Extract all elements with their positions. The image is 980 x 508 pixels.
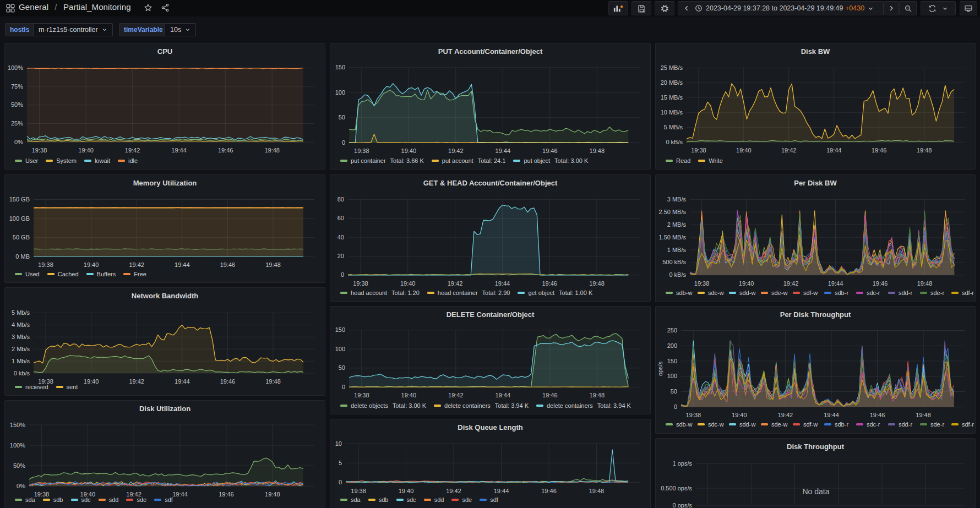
svg-text:20: 20: [337, 252, 344, 259]
svg-text:50: 50: [671, 388, 677, 395]
svg-text:0 ops/s: 0 ops/s: [673, 502, 693, 508]
svg-text:0 kb/s: 0 kb/s: [14, 369, 30, 376]
svg-text:19:48: 19:48: [590, 392, 605, 398]
svg-text:40: 40: [337, 233, 344, 240]
svg-text:19:38: 19:38: [691, 147, 706, 154]
svg-text:19:46: 19:46: [220, 261, 236, 268]
svg-text:2 Mb/s: 2 Mb/s: [12, 345, 30, 352]
svg-text:19:42: 19:42: [125, 147, 140, 154]
svg-text:19:48: 19:48: [590, 148, 605, 154]
svg-text:19:38: 19:38: [354, 148, 369, 154]
svg-text:19:44: 19:44: [175, 261, 190, 268]
svg-text:0: 0: [342, 384, 345, 390]
svg-text:50%: 50%: [13, 462, 25, 468]
svg-text:19:44: 19:44: [494, 488, 509, 494]
svg-text:19:40: 19:40: [401, 148, 417, 154]
svg-text:0%: 0%: [17, 482, 25, 489]
svg-text:1 ops/s: 1 ops/s: [673, 460, 693, 467]
svg-text:19:40: 19:40: [401, 392, 417, 398]
svg-text:100: 100: [335, 89, 345, 96]
svg-text:100%: 100%: [10, 441, 25, 448]
svg-text:150: 150: [335, 326, 345, 333]
svg-text:19:48: 19:48: [917, 147, 932, 154]
svg-text:20 MB/s: 20 MB/s: [661, 79, 683, 86]
svg-text:19:48: 19:48: [264, 147, 280, 154]
svg-text:0 MB: 0 MB: [15, 253, 30, 259]
svg-text:0 kB/s: 0 kB/s: [666, 139, 683, 145]
svg-text:1 Mb/s: 1 Mb/s: [12, 357, 30, 364]
svg-text:19:46: 19:46: [218, 147, 233, 154]
svg-text:100 GB: 100 GB: [9, 215, 30, 221]
svg-text:19:38: 19:38: [32, 147, 47, 154]
svg-text:0%: 0%: [14, 139, 23, 145]
svg-text:250: 250: [667, 327, 677, 334]
svg-text:19:42: 19:42: [778, 412, 793, 418]
svg-text:5 Mb/s: 5 Mb/s: [12, 309, 30, 316]
svg-text:1.50 MB/s: 1.50 MB/s: [658, 233, 686, 240]
svg-text:0.500 ops/s: 0.500 ops/s: [661, 485, 692, 491]
svg-text:19:38: 19:38: [38, 261, 53, 268]
svg-text:2.50 MB/s: 2.50 MB/s: [658, 208, 686, 215]
svg-text:60: 60: [337, 215, 344, 221]
svg-text:19:44: 19:44: [171, 147, 187, 154]
svg-text:3 MB/s: 3 MB/s: [667, 195, 687, 202]
svg-text:19:44: 19:44: [828, 280, 843, 286]
svg-text:50: 50: [339, 114, 345, 121]
svg-text:19:48: 19:48: [916, 412, 931, 418]
svg-text:19:48: 19:48: [265, 491, 280, 498]
svg-text:19:38: 19:38: [351, 488, 366, 494]
svg-text:100: 100: [667, 373, 677, 379]
svg-text:0 kB/s: 0 kB/s: [669, 271, 686, 278]
svg-text:19:40: 19:40: [400, 280, 416, 286]
svg-text:19:38: 19:38: [353, 280, 368, 286]
svg-text:25%: 25%: [11, 120, 23, 127]
svg-text:19:44: 19:44: [496, 148, 511, 154]
svg-text:19:40: 19:40: [736, 147, 752, 154]
svg-text:19:48: 19:48: [589, 280, 605, 286]
svg-text:No data: No data: [802, 487, 829, 496]
svg-text:19:42: 19:42: [129, 261, 144, 268]
svg-text:200: 200: [667, 342, 677, 349]
svg-text:19:42: 19:42: [448, 392, 464, 398]
svg-text:19:40: 19:40: [84, 378, 99, 385]
svg-text:19:46: 19:46: [542, 392, 558, 398]
svg-text:0: 0: [341, 271, 344, 278]
svg-text:19:48: 19:48: [265, 261, 281, 268]
svg-text:0: 0: [339, 479, 342, 485]
svg-text:10 MB/s: 10 MB/s: [661, 109, 683, 116]
svg-text:19:48: 19:48: [265, 378, 281, 385]
svg-text:150%: 150%: [10, 421, 25, 428]
svg-text:80: 80: [337, 195, 344, 202]
svg-text:19:46: 19:46: [542, 148, 558, 154]
svg-text:19:40: 19:40: [78, 147, 94, 154]
svg-text:3 Mb/s: 3 Mb/s: [12, 333, 30, 340]
svg-text:150: 150: [667, 358, 677, 364]
svg-text:19:44: 19:44: [826, 147, 842, 154]
svg-text:19:46: 19:46: [873, 280, 888, 286]
svg-text:5 MB/s: 5 MB/s: [664, 124, 683, 130]
svg-text:500 kB/s: 500 kB/s: [662, 259, 686, 265]
svg-text:19:46: 19:46: [542, 280, 557, 286]
svg-text:19:44: 19:44: [824, 412, 839, 418]
svg-text:19:38: 19:38: [354, 392, 369, 398]
svg-text:4 Mb/s: 4 Mb/s: [12, 321, 30, 327]
svg-text:75%: 75%: [11, 83, 23, 90]
svg-text:19:38: 19:38: [686, 412, 701, 418]
svg-text:19:42: 19:42: [781, 147, 797, 154]
svg-text:0: 0: [674, 403, 677, 410]
svg-text:1 MB/s: 1 MB/s: [667, 246, 687, 253]
svg-text:150: 150: [335, 64, 345, 70]
svg-text:15 MB/s: 15 MB/s: [661, 94, 683, 101]
svg-text:19:46: 19:46: [220, 378, 236, 385]
svg-text:19:44: 19:44: [495, 280, 510, 286]
svg-text:19:40: 19:40: [399, 488, 414, 494]
svg-text:19:38: 19:38: [694, 280, 710, 286]
svg-text:19:46: 19:46: [541, 488, 557, 494]
svg-text:19:42: 19:42: [446, 488, 461, 494]
svg-text:50%: 50%: [11, 101, 23, 108]
svg-text:25 MB/s: 25 MB/s: [661, 64, 683, 71]
svg-text:19:46: 19:46: [872, 147, 887, 154]
svg-text:50: 50: [339, 364, 345, 371]
svg-text:50 GB: 50 GB: [13, 234, 30, 241]
svg-text:19:48: 19:48: [589, 488, 605, 494]
